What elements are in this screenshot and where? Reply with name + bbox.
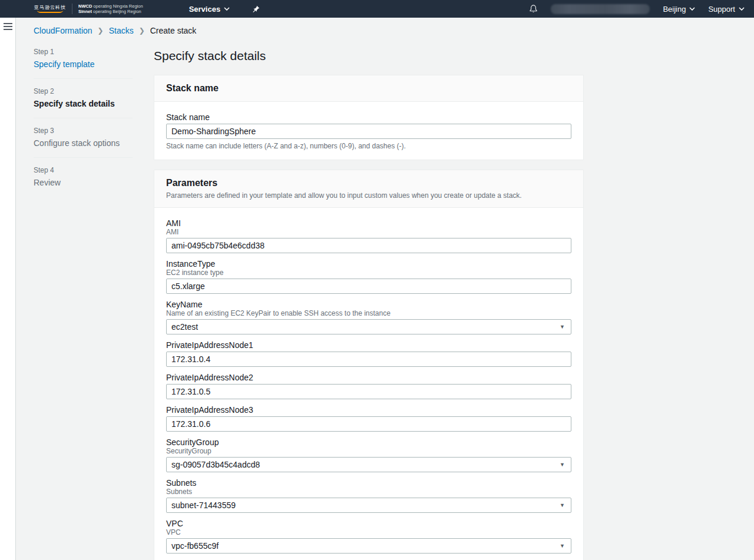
pushpin-icon [252,5,260,13]
step-4-number: Step 4 [34,166,133,174]
dropdown-caret-icon: ▼ [560,502,565,508]
stack-name-input[interactable] [166,124,571,139]
parameters-card-subtitle: Parameters are defined in your template … [166,191,571,200]
breadcrumb-create-stack: Create stack [150,26,197,35]
param-name: VPC [166,519,571,528]
param-name: KeyName [166,300,571,309]
private-ip-node3-input[interactable] [166,416,571,432]
step-2: Step 2 Specify stack details [34,78,133,118]
hamburger-menu-icon[interactable] [4,23,12,30]
param-description: Name of an existing EC2 KeyPair to enabl… [166,309,571,317]
page-frame: CloudFormation ❯ Stacks ❯ Create stack S… [0,18,754,560]
param-description: AMI [166,228,571,236]
notifications-bell-icon[interactable] [529,4,538,14]
parameters-card: Parameters Parameters are defined in you… [154,170,584,560]
support-label: Support [708,5,735,14]
step-1-link[interactable]: Specify template [34,59,133,69]
param-name: Subnets [166,478,571,488]
step-3: Step 3 Configure stack options [34,118,133,157]
instance-type-input[interactable] [166,279,571,294]
param-field-keyname: KeyName Name of an existing EC2 KeyPair … [166,300,571,334]
side-rail [0,18,16,560]
security-group-select[interactable]: sg-09057d3b45c4adcd8 ▼ [166,457,571,472]
aws-logo-text: 亚马逊云科技 [34,5,66,10]
step-3-number: Step 3 [34,127,133,135]
dropdown-caret-icon: ▼ [560,462,565,468]
aws-china-logo[interactable]: 亚马逊云科技 [34,5,66,13]
redacted-account-name[interactable] [551,4,650,14]
param-name: PrivateIpAddressNode1 [166,340,571,350]
brand-divider [72,4,72,14]
breadcrumb-cloudformation[interactable]: CloudFormation [34,26,92,35]
param-name: AMI [166,218,571,228]
parameters-card-title: Parameters [166,178,571,188]
region-label: Beijing [663,5,686,14]
dropdown-caret-icon: ▼ [560,324,565,330]
subnets-select[interactable]: subnet-71443559 ▼ [166,498,571,513]
main-column: Specify stack details Stack name Stack n… [154,48,584,560]
step-2-number: Step 2 [34,87,133,95]
breadcrumb-stacks[interactable]: Stacks [109,26,134,35]
chevron-down-icon [224,7,230,11]
keyname-select-value: ec2test [171,322,198,332]
subnets-select-value: subnet-71443559 [171,501,236,510]
aws-brand: 亚马逊云科技 NWCD operating Ningxia Region Sin… [34,4,143,14]
step-1-number: Step 1 [34,48,133,56]
step-4: Step 4 Review [34,157,133,197]
param-name: PrivateIpAddressNode3 [166,405,571,415]
wizard-steps-nav: Step 1 Specify template Step 2 Specify s… [34,48,133,560]
page-title: Specify stack details [154,49,584,63]
param-field-ami: AMI AMI [166,218,571,253]
stack-name-hint: Stack name can include letters (A-Z and … [166,142,571,150]
param-description: SecurityGroup [166,447,571,455]
favorites-pin-button[interactable] [252,5,260,13]
stack-name-card-title: Stack name [166,83,571,94]
region-selector[interactable]: Beijing [663,5,695,14]
operator-region-note: NWCD operating Ningxia Region Sinnet ope… [78,4,143,14]
chevron-down-icon [739,7,745,11]
vpc-select-value: vpc-fb655c9f [171,541,219,551]
param-field-privateip-node1: PrivateIpAddressNode1 [166,340,571,367]
chevron-down-icon [689,7,695,11]
ami-input[interactable] [166,238,571,253]
top-navigation-bar: 亚马逊云科技 NWCD operating Ningxia Region Sin… [0,0,754,18]
param-description: VPC [166,528,571,536]
param-name: PrivateIpAddressNode2 [166,373,571,382]
vpc-select[interactable]: vpc-fb655c9f ▼ [166,538,571,554]
topnav-right: Beijing Support [529,4,745,14]
breadcrumb-separator-icon: ❯ [139,26,145,35]
param-field-subnets: Subnets Subnets subnet-71443559 ▼ [166,478,571,513]
param-field-privateip-node2: PrivateIpAddressNode2 [166,373,571,399]
param-name: InstanceType [166,259,571,269]
support-menu[interactable]: Support [708,5,745,14]
dropdown-caret-icon: ▼ [560,543,565,549]
param-field-vpc: VPC VPC vpc-fb655c9f ▼ [166,519,571,554]
parameters-card-header: Parameters Parameters are defined in you… [154,170,583,208]
param-field-privateip-node3: PrivateIpAddressNode3 [166,405,571,432]
step-2-label: Specify stack details [34,99,133,108]
aws-smile-icon [37,11,62,13]
param-field-instancetype: InstanceType EC2 instance type [166,259,571,294]
param-name: SecurityGroup [166,438,571,447]
services-label: Services [189,5,221,14]
step-1: Step 1 Specify template [34,48,133,78]
stack-name-card: Stack name Stack name Stack name can inc… [154,75,584,160]
content-area: CloudFormation ❯ Stacks ❯ Create stack S… [16,18,754,560]
param-field-securitygroup: SecurityGroup SecurityGroup sg-09057d3b4… [166,438,571,472]
private-ip-node1-input[interactable] [166,352,571,367]
keyname-select[interactable]: ec2test ▼ [166,319,571,334]
breadcrumb: CloudFormation ❯ Stacks ❯ Create stack [34,26,754,35]
services-menu[interactable]: Services [189,5,230,14]
step-4-label: Review [34,178,133,187]
param-description: Subnets [166,488,571,496]
stack-name-label: Stack name [166,112,571,122]
breadcrumb-separator-icon: ❯ [98,26,104,35]
security-group-select-value: sg-09057d3b45c4adcd8 [171,460,260,469]
param-description: EC2 instance type [166,269,571,277]
private-ip-node2-input[interactable] [166,384,571,399]
step-3-label: Configure stack options [34,138,133,148]
stack-name-card-header: Stack name [154,75,583,102]
